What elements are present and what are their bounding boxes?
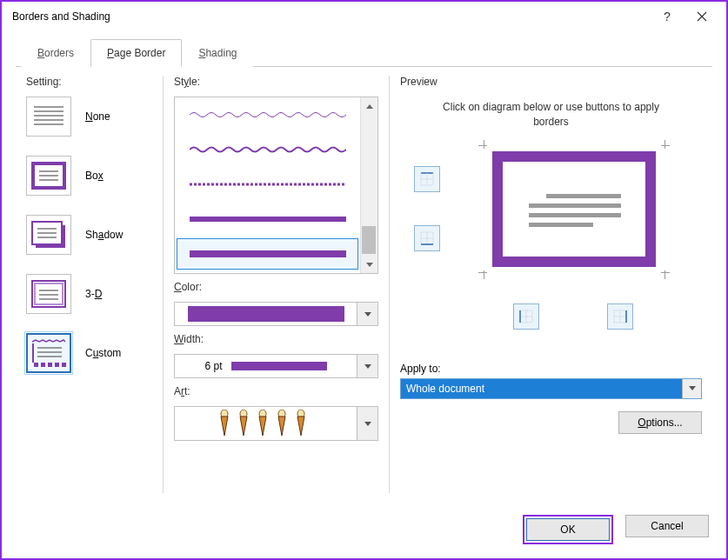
setting-none-thumb: [26, 97, 71, 137]
width-label: Width:: [174, 333, 378, 345]
color-dropdown-button[interactable]: [357, 303, 377, 325]
setting-3d[interactable]: 3-D: [26, 274, 152, 314]
style-option-thick[interactable]: [175, 202, 360, 237]
ok-button[interactable]: OK: [526, 518, 610, 541]
help-button[interactable]: ?: [650, 4, 685, 29]
setting-none-label: None: [85, 110, 110, 123]
setting-heading: Setting:: [26, 76, 152, 88]
panel: Setting: None Box: [16, 67, 712, 493]
scroll-down-icon[interactable]: [361, 256, 377, 273]
chevron-down-icon: [364, 364, 371, 369]
tick: [661, 145, 670, 146]
style-option-dashed[interactable]: [175, 167, 360, 202]
color-combo[interactable]: [174, 302, 378, 326]
art-field: Art:: [174, 385, 378, 441]
svg-rect-27: [62, 363, 66, 367]
preview-hint: Click on diagram below or use buttons to…: [400, 97, 702, 138]
tick: [478, 145, 487, 146]
titlebar: Borders and Shading ?: [2, 2, 726, 31]
art-combo[interactable]: [174, 406, 378, 441]
close-button[interactable]: [685, 4, 719, 29]
style-option-zigzag-thin[interactable]: [175, 97, 360, 132]
chevron-down-icon: [364, 312, 371, 317]
art-dropdown-button[interactable]: [357, 407, 377, 440]
width-field: Width: 6 pt: [174, 333, 378, 378]
setting-none[interactable]: None: [26, 97, 152, 137]
color-swatch: [188, 306, 344, 322]
cancel-button[interactable]: Cancel: [625, 515, 709, 537]
preview-heading: Preview: [400, 76, 702, 88]
preview-area: [400, 142, 702, 333]
apply-to-label: Apply to:: [400, 363, 702, 375]
dialog-footer: OK Cancel: [523, 515, 709, 544]
setting-column: Setting: None Box: [16, 76, 164, 493]
setting-3d-label: 3-D: [85, 288, 102, 300]
style-option-zigzag-bold[interactable]: [175, 132, 360, 167]
tab-strip: Borders Page Border Shading: [16, 38, 712, 67]
svg-rect-26: [55, 363, 59, 367]
tab-borders[interactable]: Borders: [21, 39, 90, 67]
width-value: 6 pt: [204, 360, 222, 372]
style-column: Style: Color:: [164, 76, 390, 493]
preview-column: Preview Click on diagram below or use bu…: [390, 76, 712, 493]
chevron-down-icon: [689, 386, 696, 390]
borders-and-shading-dialog: Borders and Shading ? Borders Page Borde…: [0, 0, 728, 560]
width-combo[interactable]: 6 pt: [174, 354, 378, 378]
color-field: Color:: [174, 281, 378, 326]
options-button[interactable]: Options...: [618, 411, 702, 434]
setting-shadow-thumb: [26, 215, 71, 255]
tab-page-border[interactable]: Page Border: [90, 39, 182, 67]
border-left-button[interactable]: [513, 303, 539, 330]
dialog-body: Borders Page Border Shading Setting: Non…: [3, 33, 725, 557]
svg-rect-30: [190, 250, 346, 257]
style-scrollbar[interactable]: [360, 97, 377, 273]
setting-shadow-label: Shadow: [85, 229, 123, 241]
style-option-thicker[interactable]: [175, 237, 360, 271]
page-preview[interactable]: [487, 146, 661, 272]
setting-3d-thumb: [26, 274, 71, 314]
apply-to-field: Apply to: Whole document: [400, 363, 702, 399]
border-right-button[interactable]: [607, 303, 633, 330]
tick: [665, 140, 665, 149]
svg-rect-23: [34, 363, 38, 367]
scroll-thumb[interactable]: [362, 226, 376, 254]
chevron-down-icon: [364, 422, 371, 426]
svg-rect-29: [190, 217, 346, 222]
style-list[interactable]: [174, 97, 378, 274]
dialog-title: Borders and Shading: [12, 10, 650, 23]
setting-custom-thumb: [26, 333, 71, 373]
apply-to-combo[interactable]: Whole document: [400, 378, 702, 399]
tick: [661, 272, 670, 273]
width-swatch: [231, 362, 327, 370]
scroll-up-icon[interactable]: [361, 97, 377, 115]
setting-custom[interactable]: Custom: [26, 333, 152, 373]
setting-box-label: Box: [85, 170, 104, 182]
setting-shadow[interactable]: Shadow: [26, 215, 152, 255]
svg-rect-24: [41, 363, 45, 367]
svg-rect-25: [48, 363, 52, 367]
setting-box-thumb: [26, 156, 71, 196]
ok-highlight: OK: [523, 515, 613, 544]
setting-box[interactable]: Box: [26, 156, 152, 196]
style-heading: Style:: [174, 76, 378, 88]
setting-custom-label: Custom: [85, 347, 121, 359]
border-top-button[interactable]: [414, 166, 440, 192]
apply-to-value: Whole document: [401, 379, 682, 398]
apply-to-dropdown-button[interactable]: [682, 379, 701, 398]
art-label: Art:: [174, 385, 378, 397]
page-preview-lines: [529, 194, 621, 232]
art-value: [175, 407, 357, 440]
tick: [478, 272, 487, 273]
tick: [484, 140, 484, 149]
border-bottom-button[interactable]: [414, 225, 440, 251]
tab-shading[interactable]: Shading: [182, 39, 253, 67]
svg-rect-19: [32, 343, 34, 363]
width-dropdown-button[interactable]: [357, 355, 377, 377]
color-label: Color:: [174, 281, 378, 293]
